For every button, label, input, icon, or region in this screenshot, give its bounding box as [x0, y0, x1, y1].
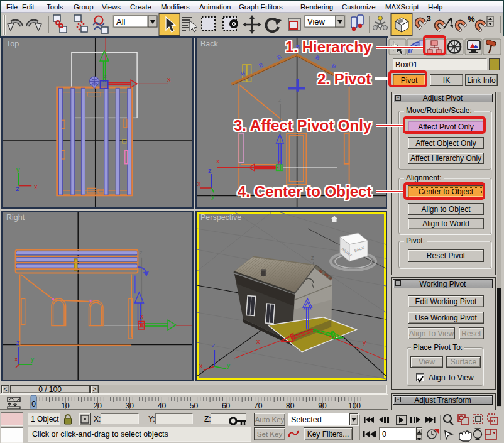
svg-text:90: 90 [318, 402, 327, 410]
svg-text:z: z [278, 97, 282, 103]
svg-text:80: 80 [286, 402, 295, 410]
svg-text:z: z [208, 167, 212, 174]
svg-text:%: % [468, 14, 475, 24]
svg-text:z: z [104, 74, 107, 79]
svg-text:View: View [307, 17, 326, 26]
svg-text:B: B [276, 53, 283, 61]
svg-text:60: 60 [222, 402, 231, 410]
svg-text:100: 100 [348, 402, 361, 410]
svg-text:All: All [116, 17, 126, 26]
svg-text:x: x [140, 313, 143, 320]
svg-text:y: y [211, 192, 215, 200]
svg-text:y: y [363, 339, 366, 346]
svg-text:y: y [31, 355, 35, 363]
svg-text:40: 40 [158, 402, 167, 410]
svg-text:z: z [212, 341, 216, 349]
svg-text:20: 20 [94, 402, 102, 410]
svg-text:y: y [16, 166, 20, 173]
svg-text:x: x [14, 355, 18, 363]
svg-text:x: x [256, 337, 260, 345]
svg-text:x: x [197, 180, 201, 187]
svg-text:50: 50 [190, 402, 199, 410]
svg-text:10: 10 [61, 402, 70, 410]
svg-text:70: 70 [254, 402, 263, 410]
svg-text:3: 3 [427, 14, 431, 23]
svg-text:x: x [199, 362, 203, 369]
svg-text:x: x [167, 75, 171, 83]
svg-text:B: B [258, 62, 265, 69]
svg-text:z: z [311, 254, 314, 261]
svg-text:z: z [16, 185, 19, 192]
svg-text:z: z [16, 339, 20, 346]
svg-text:0: 0 [31, 400, 36, 408]
svg-text:x: x [34, 183, 38, 190]
svg-text:B: B [331, 63, 337, 70]
svg-text:B: B [239, 70, 246, 77]
svg-text:x: x [216, 158, 219, 165]
svg-text:y: y [227, 361, 231, 369]
svg-text:30: 30 [126, 402, 134, 410]
svg-text:y: y [278, 159, 280, 165]
svg-text:z: z [140, 249, 143, 256]
